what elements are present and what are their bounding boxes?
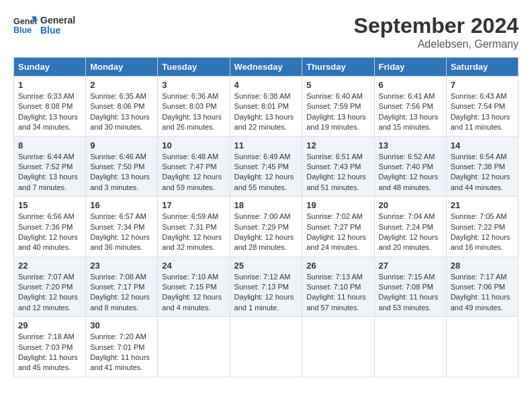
- calendar-cell: 3 Sunrise: 6:36 AM Sunset: 8:03 PM Dayli…: [158, 77, 230, 137]
- day-info: Sunrise: 7:10 AM Sunset: 7:15 PM Dayligh…: [162, 272, 225, 314]
- calendar-cell: 21 Sunrise: 7:05 AM Sunset: 7:22 PM Dayl…: [446, 197, 518, 257]
- calendar-title: September 2024: [354, 13, 519, 38]
- logo-text-general: General: [40, 15, 75, 26]
- calendar-cell: 12 Sunrise: 6:51 AM Sunset: 7:43 PM Dayl…: [302, 136, 374, 197]
- day-number: 13: [379, 140, 442, 150]
- sunset-text: Sunset: 7:40 PM: [379, 163, 433, 171]
- calendar-cell: 16 Sunrise: 6:57 AM Sunset: 7:34 PM Dayl…: [86, 197, 158, 257]
- sunrise-text: Sunrise: 6:56 AM: [18, 212, 75, 220]
- day-number: 11: [234, 140, 298, 150]
- sunrise-text: Sunrise: 7:12 AM: [234, 273, 291, 281]
- day-info: Sunrise: 6:38 AM Sunset: 8:01 PM Dayligh…: [234, 91, 298, 133]
- daylight-text: Daylight: 13 hours and 30 minutes.: [90, 113, 150, 131]
- sunset-text: Sunset: 7:22 PM: [451, 223, 505, 231]
- day-info: Sunrise: 6:33 AM Sunset: 8:08 PM Dayligh…: [18, 91, 81, 133]
- daylight-text: Daylight: 12 hours and 32 minutes.: [162, 233, 222, 251]
- daylight-text: Daylight: 13 hours and 15 minutes.: [379, 113, 439, 131]
- day-number: 20: [379, 200, 442, 210]
- page-header: General Blue General Blue September 2024…: [13, 13, 519, 50]
- daylight-text: Daylight: 11 hours and 49 minutes.: [451, 293, 511, 311]
- sunrise-text: Sunrise: 7:05 AM: [451, 212, 507, 220]
- sunrise-text: Sunrise: 6:51 AM: [306, 152, 363, 161]
- daylight-text: Daylight: 13 hours and 19 minutes.: [306, 113, 366, 131]
- sunset-text: Sunset: 7:27 PM: [306, 223, 361, 231]
- svg-text:Blue: Blue: [13, 26, 32, 35]
- day-info: Sunrise: 7:13 AM Sunset: 7:10 PM Dayligh…: [306, 272, 369, 314]
- day-info: Sunrise: 7:07 AM Sunset: 7:20 PM Dayligh…: [18, 272, 81, 314]
- sunrise-text: Sunrise: 7:04 AM: [379, 212, 435, 220]
- calendar-title-block: September 2024 Adelebsen, Germany: [354, 13, 519, 50]
- day-number: 29: [18, 320, 81, 330]
- daylight-text: Daylight: 12 hours and 36 minutes.: [90, 233, 150, 251]
- day-info: Sunrise: 7:00 AM Sunset: 7:29 PM Dayligh…: [234, 212, 298, 253]
- day-number: 8: [18, 140, 81, 150]
- sunrise-text: Sunrise: 7:02 AM: [306, 212, 363, 220]
- calendar-subtitle: Adelebsen, Germany: [354, 38, 519, 50]
- calendar-cell: 9 Sunrise: 6:46 AM Sunset: 7:50 PM Dayli…: [86, 136, 158, 197]
- calendar-cell: [158, 317, 230, 377]
- day-info: Sunrise: 6:59 AM Sunset: 7:31 PM Dayligh…: [162, 212, 225, 253]
- daylight-text: Daylight: 12 hours and 24 minutes.: [306, 233, 366, 251]
- day-number: 1: [18, 80, 81, 90]
- sunrise-text: Sunrise: 6:52 AM: [379, 152, 435, 161]
- calendar-cell: 17 Sunrise: 6:59 AM Sunset: 7:31 PM Dayl…: [158, 197, 230, 257]
- day-number: 21: [451, 200, 514, 210]
- day-number: 27: [379, 261, 442, 271]
- day-number: 26: [306, 261, 369, 271]
- sunset-text: Sunset: 7:24 PM: [379, 223, 433, 231]
- day-info: Sunrise: 6:52 AM Sunset: 7:40 PM Dayligh…: [379, 152, 442, 193]
- day-number: 2: [90, 80, 153, 90]
- calendar-cell: 4 Sunrise: 6:38 AM Sunset: 8:01 PM Dayli…: [230, 77, 302, 137]
- sunset-text: Sunset: 8:06 PM: [90, 102, 144, 110]
- calendar-week-row: 8 Sunrise: 6:44 AM Sunset: 7:52 PM Dayli…: [14, 136, 519, 197]
- calendar-cell: 29 Sunrise: 7:18 AM Sunset: 7:03 PM Dayl…: [14, 317, 86, 377]
- day-info: Sunrise: 6:49 AM Sunset: 7:45 PM Dayligh…: [234, 152, 298, 193]
- col-sunday: Sunday: [14, 58, 86, 77]
- sunset-text: Sunset: 7:01 PM: [90, 343, 144, 351]
- calendar-cell: 27 Sunrise: 7:15 AM Sunset: 7:08 PM Dayl…: [374, 257, 446, 317]
- calendar-cell: 30 Sunrise: 7:20 AM Sunset: 7:01 PM Dayl…: [86, 317, 158, 377]
- logo-icon: General Blue: [13, 13, 38, 38]
- daylight-text: Daylight: 11 hours and 53 minutes.: [379, 293, 439, 311]
- calendar-cell: 28 Sunrise: 7:17 AM Sunset: 7:06 PM Dayl…: [446, 257, 518, 317]
- calendar-week-row: 29 Sunrise: 7:18 AM Sunset: 7:03 PM Dayl…: [14, 317, 519, 377]
- day-info: Sunrise: 6:57 AM Sunset: 7:34 PM Dayligh…: [90, 212, 153, 253]
- calendar-cell: 5 Sunrise: 6:40 AM Sunset: 7:59 PM Dayli…: [302, 77, 374, 137]
- daylight-text: Daylight: 13 hours and 26 minutes.: [162, 113, 222, 131]
- sunrise-text: Sunrise: 7:13 AM: [306, 273, 363, 281]
- sunrise-text: Sunrise: 6:33 AM: [18, 92, 75, 100]
- sunrise-text: Sunrise: 6:46 AM: [90, 152, 146, 161]
- sunset-text: Sunset: 7:56 PM: [379, 102, 433, 110]
- daylight-text: Daylight: 12 hours and 55 minutes.: [234, 173, 294, 191]
- calendar-week-row: 1 Sunrise: 6:33 AM Sunset: 8:08 PM Dayli…: [14, 77, 519, 137]
- sunset-text: Sunset: 7:08 PM: [379, 283, 433, 291]
- sunset-text: Sunset: 7:20 PM: [18, 283, 73, 291]
- sunrise-text: Sunrise: 7:18 AM: [18, 332, 75, 340]
- sunset-text: Sunset: 8:08 PM: [18, 102, 73, 110]
- calendar-cell: 8 Sunrise: 6:44 AM Sunset: 7:52 PM Dayli…: [14, 136, 86, 197]
- daylight-text: Daylight: 12 hours and 51 minutes.: [306, 173, 366, 191]
- sunset-text: Sunset: 7:54 PM: [451, 102, 505, 110]
- calendar-cell: [230, 317, 302, 377]
- sunset-text: Sunset: 7:34 PM: [90, 223, 144, 231]
- day-number: 24: [162, 261, 225, 271]
- day-info: Sunrise: 6:44 AM Sunset: 7:52 PM Dayligh…: [18, 152, 81, 193]
- sunset-text: Sunset: 7:06 PM: [451, 283, 505, 291]
- sunrise-text: Sunrise: 6:38 AM: [234, 92, 291, 100]
- daylight-text: Daylight: 13 hours and 34 minutes.: [18, 113, 78, 131]
- day-number: 9: [90, 140, 153, 150]
- daylight-text: Daylight: 13 hours and 3 minutes.: [90, 173, 150, 191]
- daylight-text: Daylight: 12 hours and 1 minute.: [234, 293, 294, 311]
- day-number: 15: [18, 200, 81, 210]
- day-number: 12: [306, 140, 369, 150]
- day-number: 4: [234, 80, 298, 90]
- col-saturday: Saturday: [446, 58, 518, 77]
- day-number: 16: [90, 200, 153, 210]
- sunrise-text: Sunrise: 6:48 AM: [162, 152, 218, 161]
- day-number: 5: [306, 80, 369, 90]
- sunrise-text: Sunrise: 7:10 AM: [162, 273, 218, 281]
- day-info: Sunrise: 7:08 AM Sunset: 7:17 PM Dayligh…: [90, 272, 153, 314]
- day-number: 7: [451, 80, 514, 90]
- day-info: Sunrise: 6:41 AM Sunset: 7:56 PM Dayligh…: [379, 91, 442, 133]
- calendar-week-row: 15 Sunrise: 6:56 AM Sunset: 7:36 PM Dayl…: [14, 197, 519, 257]
